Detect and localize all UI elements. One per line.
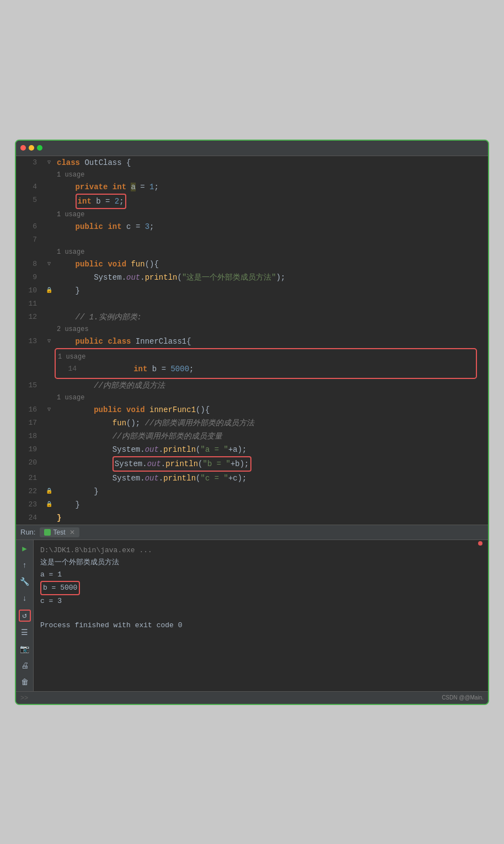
code-line-23: 23 🔒 } bbox=[16, 498, 488, 511]
output-b-highlight: b = 5000 bbox=[40, 581, 80, 595]
usage-hint-4: 1 usage bbox=[16, 169, 488, 180]
lock-icon-23: 🔒 bbox=[44, 498, 55, 511]
code-editor: 3 ▽ class OutClass { 1 usage 4 private i… bbox=[16, 156, 488, 525]
code-line-11: 11 bbox=[16, 297, 488, 311]
code-line-9: 9 System.out.println("这是一个外部类成员方法"); bbox=[16, 271, 488, 284]
code-line-19: 19 System.out.println("a = "+a); bbox=[16, 443, 488, 456]
watermark: CSDN @@Main. bbox=[442, 695, 484, 701]
run-trash-icon[interactable]: 🗑 bbox=[19, 677, 30, 688]
run-tab-close[interactable]: ✕ bbox=[69, 528, 75, 536]
code-line-20: 20 System.out.println("b = "+b); bbox=[16, 456, 488, 472]
code-line-3: 3 ▽ class OutClass { bbox=[16, 156, 488, 169]
code-line-22: 22 🔒 } bbox=[16, 485, 488, 498]
error-dot bbox=[478, 541, 482, 546]
run-tab-text: Test bbox=[53, 528, 65, 536]
fold-arrow-16[interactable]: ▽ bbox=[44, 403, 55, 416]
bottom-arrow[interactable]: >> bbox=[20, 694, 28, 702]
maximize-button[interactable] bbox=[37, 145, 42, 151]
code-line-6: 6 public int c = 3; bbox=[16, 220, 488, 233]
output-line-4: b = 5000 bbox=[40, 581, 481, 595]
run-settings-icon[interactable]: 🔧 bbox=[19, 576, 30, 587]
output-line-3: a = 1 bbox=[40, 569, 481, 581]
run-tab[interactable]: Test ✕ bbox=[40, 527, 79, 537]
usage-hint-8: 1 usage bbox=[16, 247, 488, 258]
close-button[interactable] bbox=[20, 145, 26, 151]
fold-arrow-3[interactable]: ▽ bbox=[44, 156, 55, 169]
lock-icon-22: 🔒 bbox=[44, 485, 55, 498]
code-line-15: 15 //内部类的成员方法 bbox=[16, 379, 488, 392]
output-line-2: 这是一个外部类成员方法 bbox=[40, 557, 481, 569]
run-print-icon[interactable]: 🖨 bbox=[19, 660, 30, 671]
usage-hint-6: 1 usage bbox=[16, 209, 488, 220]
output-line-6 bbox=[40, 607, 481, 619]
main-window: 3 ▽ class OutClass { 1 usage 4 private i… bbox=[15, 140, 489, 705]
code-line-12: 12 // 1.实例内部类: bbox=[16, 311, 488, 324]
run-list-icon[interactable]: ☰ bbox=[19, 627, 30, 638]
code-line-4: 4 private int a = 1; bbox=[16, 180, 488, 194]
code-line-21: 21 System.out.println("c = "+c); bbox=[16, 472, 488, 485]
run-header: Run: Test ✕ bbox=[16, 525, 488, 540]
run-down-button[interactable]: ↓ bbox=[19, 593, 30, 604]
output-line-1: D:\JDK1.8\bin\java.exe ... bbox=[40, 544, 481, 557]
run-play-button[interactable]: ▶ bbox=[19, 543, 30, 554]
title-bar bbox=[16, 141, 488, 156]
output-line-7: Process finished with exit code 0 bbox=[40, 619, 481, 632]
code-line-7: 7 bbox=[16, 233, 488, 247]
run-body: ▶ ↑ 🔧 ↓ ↺ ☰ 📷 🖨 🗑 D:\JDK1.8\bin\java.exe… bbox=[16, 540, 488, 691]
run-sidebar: ▶ ↑ 🔧 ↓ ↺ ☰ 📷 🖨 🗑 bbox=[16, 540, 34, 691]
code-line-24: 24 } bbox=[16, 511, 488, 525]
window-controls bbox=[20, 145, 42, 151]
code-line-16: 16 ▽ public void innerFunc1(){ bbox=[16, 403, 488, 416]
code-line-10: 10 🔒 } bbox=[16, 284, 488, 297]
run-up-button[interactable]: ↑ bbox=[19, 560, 30, 571]
usage-hint-16: 1 usage bbox=[16, 392, 488, 403]
code-line-17: 17 fun(); //内部类调用外部类的成员方法 bbox=[16, 416, 488, 430]
run-panel: Run: Test ✕ ▶ ↑ 🔧 ↓ ↺ ☰ 📷 🖨 🗑 bbox=[16, 525, 488, 691]
run-tab-icon bbox=[44, 529, 51, 536]
fold-arrow-13[interactable]: ▽ bbox=[44, 335, 55, 348]
minimize-button[interactable] bbox=[29, 145, 34, 151]
fold-arrow-8[interactable]: ▽ bbox=[44, 258, 55, 271]
run-output: D:\JDK1.8\bin\java.exe ... 这是一个外部类成员方法 a… bbox=[34, 540, 488, 691]
code-line-8: 8 ▽ public void fun(){ bbox=[16, 258, 488, 271]
inner-redbox-block: 1 usage 14 int b = 5000; bbox=[55, 348, 477, 379]
run-label: Run: bbox=[20, 528, 35, 536]
code-line-13: 13 ▽ public class InnerClass1{ bbox=[16, 335, 488, 348]
run-rerun-button[interactable]: ↺ bbox=[19, 610, 31, 622]
code-line-14: 14 int b = 5000; bbox=[56, 362, 476, 376]
code-line-18: 18 //内部类调用外部类的成员变量 bbox=[16, 430, 488, 443]
bottom-bar: >> CSDN @@Main. bbox=[16, 691, 488, 704]
lock-icon-10: 🔒 bbox=[44, 284, 55, 297]
usage-hint-13: 2 usages bbox=[16, 324, 488, 335]
output-line-5: c = 3 bbox=[40, 595, 481, 607]
usage-hint-14: 1 usage bbox=[56, 351, 476, 362]
run-camera-icon[interactable]: 📷 bbox=[19, 644, 30, 655]
code-line-5: 5 int b = 2; bbox=[16, 194, 488, 209]
